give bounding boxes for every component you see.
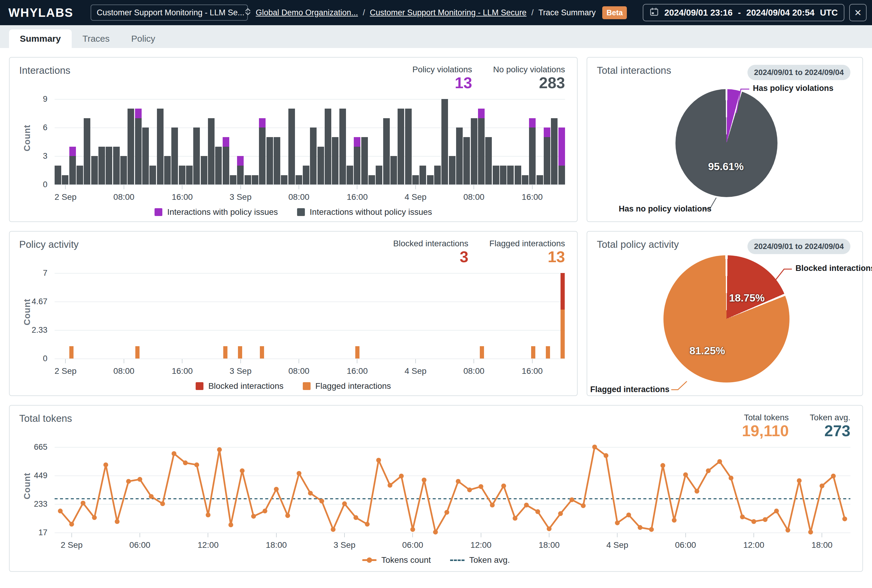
tab-bar: Summary Traces Policy xyxy=(0,25,872,48)
legend-label: Tokens count xyxy=(381,555,431,565)
legend-label: Interactions without policy issues xyxy=(310,207,432,217)
date-range-badge: 2024/09/01 to 2024/09/04 xyxy=(747,239,850,254)
stat-policy-violations: Policy violations 13 xyxy=(412,65,472,91)
date-range-end: 2024/09/04 20:54 xyxy=(746,8,814,18)
card-policy-activity: Policy activity Blocked interactions 3 F… xyxy=(9,231,578,396)
stat-value: 13 xyxy=(489,248,565,265)
legend-swatch-gray xyxy=(297,208,305,216)
calendar-icon xyxy=(649,7,659,19)
callout-blocked-interactions: Blocked interactions xyxy=(795,264,872,273)
breadcrumb-separator: / xyxy=(531,8,534,17)
legend-item-token-avg[interactable]: Token avg. xyxy=(450,555,510,565)
card-title-total-interactions: Total interactions xyxy=(597,65,671,76)
close-icon: ✕ xyxy=(854,8,861,18)
stat-value: 283 xyxy=(493,74,565,91)
tab-summary[interactable]: Summary xyxy=(9,29,72,48)
y-axis-label: Count xyxy=(22,299,32,326)
legend-label: Interactions with policy issues xyxy=(167,207,278,217)
stat-label: No policy violations xyxy=(493,65,565,74)
pie-pct-label-flagged: 81.25% xyxy=(690,345,725,357)
pie-pct-label: 95.61% xyxy=(708,160,744,172)
total-interactions-pie-area: Has policy violations Has no policy viol… xyxy=(587,80,862,218)
legend-item-flagged[interactable]: Flagged interactions xyxy=(303,381,391,391)
legend-label: Blocked interactions xyxy=(208,381,284,391)
x-axis: 2 Sep08:0016:003 Sep08:0016:004 Sep08:00… xyxy=(55,358,565,378)
close-date-range-button[interactable]: ✕ xyxy=(849,4,867,21)
stat-token-avg: Token avg. 273 xyxy=(810,413,850,439)
y-axis-ticks: 66544923317 xyxy=(31,447,50,532)
legend-label: Flagged interactions xyxy=(315,381,391,391)
total-policy-pie xyxy=(663,255,789,382)
tokens-legend: Tokens count Token avg. xyxy=(10,555,862,565)
project-selector-value: Customer Support Monitoring - LLM Se... xyxy=(97,8,244,17)
legend-item-blocked[interactable]: Blocked interactions xyxy=(196,381,284,391)
breadcrumb-current: Trace Summary xyxy=(538,8,596,17)
legend-swatch-red xyxy=(196,382,203,390)
interactions-legend: Interactions with policy issues Interact… xyxy=(10,207,577,217)
stat-flagged-interactions: Flagged interactions 13 xyxy=(489,239,565,265)
stat-label: Token avg. xyxy=(810,413,850,422)
y-axis-label: Count xyxy=(22,125,32,152)
policy-legend: Blocked interactions Flagged interaction… xyxy=(10,381,577,391)
card-total-policy-activity: Total policy activity 2024/09/01 to 2024… xyxy=(587,231,863,396)
chart-bars xyxy=(55,99,565,184)
stat-value: 13 xyxy=(412,74,472,91)
tab-traces[interactable]: Traces xyxy=(72,29,121,48)
stat-label: Policy violations xyxy=(412,65,472,74)
stat-label: Blocked interactions xyxy=(393,239,468,248)
stat-value: 273 xyxy=(810,422,850,439)
date-range-start: 2024/09/01 23:16 xyxy=(664,8,732,18)
y-axis-ticks: 9630 xyxy=(31,99,50,184)
date-range-picker[interactable]: 2024/09/01 23:16 - 2024/09/04 20:54 UTC xyxy=(643,4,844,21)
y-axis-label: Count xyxy=(22,473,32,500)
breadcrumb-separator: / xyxy=(363,8,365,17)
callout-flagged-interactions: Flagged interactions xyxy=(590,385,668,394)
breadcrumb: Global Demo Organization... / Customer S… xyxy=(256,6,627,19)
project-selector-dropdown[interactable]: Customer Support Monitoring - LLM Se... xyxy=(91,4,248,21)
legend-swatch-orange xyxy=(303,382,311,390)
legend-item-without-issues[interactable]: Interactions without policy issues xyxy=(297,207,432,217)
total-interactions-pie xyxy=(675,89,777,197)
callout-has-no-policy-violations: Has no policy violations xyxy=(619,204,700,214)
legend-swatch-purple xyxy=(155,208,162,216)
whylabs-logo: WHYLABS xyxy=(8,6,73,20)
stat-label: Flagged interactions xyxy=(489,239,565,248)
chart-bars xyxy=(55,273,565,358)
beta-badge: Beta xyxy=(602,6,627,19)
breadcrumb-link-org[interactable]: Global Demo Organization... xyxy=(256,8,358,17)
line-plot xyxy=(55,447,850,532)
legend-dash-marker-icon xyxy=(450,560,465,561)
pie-pct-label-blocked: 18.75% xyxy=(729,292,765,304)
card-title-interactions: Interactions xyxy=(19,65,71,76)
card-total-tokens: Total tokens Total tokens 19,110 Token a… xyxy=(9,405,863,572)
stat-total-tokens: Total tokens 19,110 xyxy=(742,413,789,439)
legend-item-tokens-count[interactable]: Tokens count xyxy=(362,555,431,565)
date-range-badge: 2024/09/01 to 2024/09/04 xyxy=(747,65,850,80)
stat-value: 19,110 xyxy=(742,422,789,439)
tokens-line-chart: 66544923317 xyxy=(55,447,850,532)
date-range-separator: - xyxy=(738,8,741,18)
main-content: Interactions Policy violations 13 No pol… xyxy=(0,48,872,581)
breadcrumb-link-project[interactable]: Customer Support Monitoring - LLM Secure xyxy=(370,8,526,17)
timezone-label: UTC xyxy=(820,8,838,18)
chevron-updown-icon xyxy=(244,8,251,18)
callout-has-policy-violations: Has policy violations xyxy=(753,84,834,93)
card-title-policy-activity: Policy activity xyxy=(19,239,79,250)
stat-label: Total tokens xyxy=(742,413,789,422)
stat-no-policy-violations: No policy violations 283 xyxy=(493,65,565,91)
interactions-bar-chart: 9630 xyxy=(55,99,565,184)
card-interactions: Interactions Policy violations 13 No pol… xyxy=(9,57,578,222)
x-axis: 2 Sep08:0016:003 Sep08:0016:004 Sep08:00… xyxy=(55,184,565,204)
top-nav: WHYLABS Customer Support Monitoring - LL… xyxy=(0,0,872,25)
card-title-total-policy-activity: Total policy activity xyxy=(597,239,679,250)
total-policy-pie-area: Blocked interactions Flagged interaction… xyxy=(587,254,862,392)
card-total-interactions: Total interactions 2024/09/01 to 2024/09… xyxy=(587,57,863,222)
x-axis: 2 Sep06:0012:0018:003 Sep06:0012:0018:00… xyxy=(55,532,850,552)
tab-policy[interactable]: Policy xyxy=(120,29,166,48)
stat-value: 3 xyxy=(393,248,468,265)
policy-activity-bar-chart: 74.672.330 xyxy=(55,273,565,358)
legend-line-marker-icon xyxy=(362,559,377,561)
legend-item-with-issues[interactable]: Interactions with policy issues xyxy=(155,207,278,217)
stat-blocked-interactions: Blocked interactions 3 xyxy=(393,239,468,265)
legend-label: Token avg. xyxy=(469,555,510,565)
